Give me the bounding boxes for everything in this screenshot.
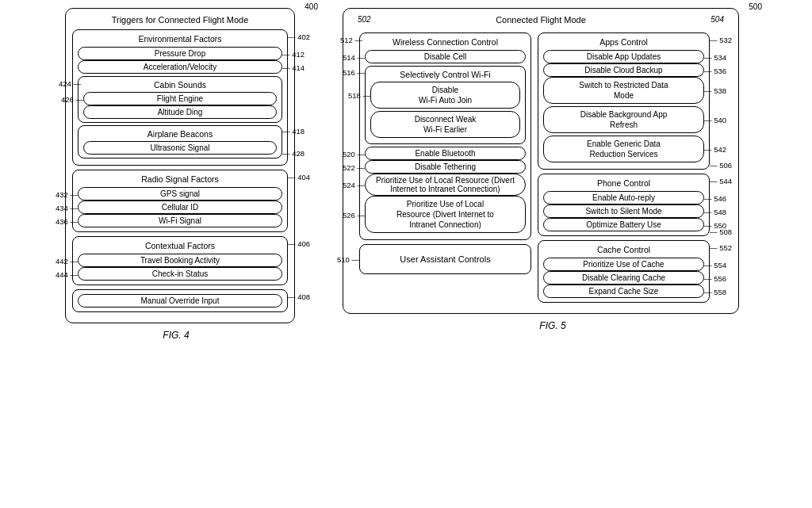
fig4-title: Triggers for Connected Flight Mode	[72, 15, 288, 25]
pill-disable-bg-refresh: Disable Background AppRefresh	[543, 106, 704, 133]
user-assistant-label: User Assistant Controls	[400, 254, 490, 264]
pill-pressure: — 412 Pressure Drop	[78, 47, 282, 60]
section-radio: — 404 Radio Signal Factors 432 — GPS sig…	[72, 170, 288, 232]
contextual-title: Contextual Factors	[78, 241, 282, 250]
pill-disable-app-updates: Disable App Updates	[543, 50, 704, 63]
pill-disable-tethering: Prioritize Use of Local Resource (Divert…	[365, 174, 526, 196]
fig5-ref-504: 504	[710, 15, 724, 25]
section-phone: — 544 Phone Control — 546 Enable Auto-re…	[538, 174, 710, 236]
pill-local-resource: 526 — Prioritize Use of LocalResource (D…	[365, 196, 526, 233]
pill-bluetooth: 522 — Disable Tethering	[365, 160, 526, 174]
section-contextual: — 406 Contextual Factors 442 — Travel Bo…	[72, 236, 288, 285]
ref-506: — 506	[710, 161, 732, 170]
pill-disable-clear-cache: — 556 Disable Clearing Cache	[543, 271, 704, 285]
pill-tethering: 524 — Prioritize Use of Local Resource (…	[365, 174, 526, 196]
pill-disable-cell: 514 — Disable Cell	[365, 50, 526, 63]
fig4-outer-box: 400 Triggers for Connected Flight Mode —…	[65, 8, 295, 323]
pill-gps-signal: GPS signal	[78, 187, 282, 201]
ref-544: — 544	[710, 177, 732, 185]
fig4-ref-400: 400	[304, 2, 318, 11]
radio-title: Radio Signal Factors	[78, 174, 282, 184]
ref-402: — 402	[288, 32, 310, 41]
fig5-left-col: 512 — Wireless Connection Control 514 — …	[359, 32, 531, 307]
pill-wifi-autojoin: 518 — DisableWi-Fi Auto Join	[370, 82, 520, 109]
pill-altitude-ding: Altitude Ding	[83, 105, 277, 119]
pill-restricted-data: — 538 Switch to Restricted DataMode	[543, 77, 704, 104]
phone-control-title: Phone Control	[543, 178, 704, 188]
pill-accel: — 414 Acceleration/Velocity	[78, 60, 282, 74]
pill-prioritize-cache-item: Prioritize Use of Cache	[543, 258, 704, 271]
ref-416-left: 424 —	[59, 79, 81, 88]
fig5-outer-box: 500 502 Connected Flight Mode 504 512 — …	[343, 8, 739, 314]
figure-5: 500 502 Connected Flight Mode 504 512 — …	[335, 8, 771, 331]
pill-flight-engine: Flight Engine	[83, 92, 277, 105]
ref-532: — 532	[710, 36, 732, 44]
pill-gps-ctrl: 520 — Enable Bluetooth	[365, 147, 526, 160]
section-wifi: 516 — Selectively Control Wi-Fi 518 — Di…	[365, 66, 526, 144]
pill-disconnect-weak: Disconnect WeakWi-Fi Earlier	[370, 111, 520, 138]
section-manual: — 408 Manual Override Input	[72, 289, 288, 312]
pill-switch-silent: Switch to Silent Mode	[543, 204, 704, 218]
pill-prioritize-local: Prioritize Use of LocalResource (Divert …	[365, 196, 526, 233]
pill-expand-cache: — 558 Expand Cache Size	[543, 285, 704, 298]
environmental-title: Environmental Factors	[78, 34, 282, 44]
fig5-main-title: Connected Flight Mode	[496, 15, 586, 25]
pill-disable-cell-item: Disable Cell	[365, 50, 526, 63]
pill-selective-gps: Enable Bluetooth	[365, 147, 526, 160]
figure-4: 400 Triggers for Connected Flight Mode —…	[41, 8, 311, 341]
pill-acceleration: Acceleration/Velocity	[78, 60, 282, 74]
pill-travel: 442 — Travel Booking Activity	[78, 254, 282, 267]
pill-disable-wifi-auto: DisableWi-Fi Auto Join	[370, 82, 520, 109]
cabin-sounds-title: Cabin Sounds	[83, 80, 277, 90]
pill-auto-reply: — 546 Enable Auto-reply	[543, 191, 704, 204]
pill-gps: 432 — GPS signal	[78, 187, 282, 201]
pill-cellular: 434 — Cellular ID	[78, 201, 282, 214]
pill-altitude: Altitude Ding	[83, 105, 277, 119]
pill-bg-refresh: — 540 Disable Background AppRefresh	[543, 106, 704, 133]
pill-checkin: 444 — Check-in Status	[78, 267, 282, 281]
pill-pressure-drop: Pressure Drop	[78, 47, 282, 60]
pill-manual-override: Manual Override Input	[78, 294, 282, 307]
pill-enable-bluetooth: Disable Tethering	[365, 160, 526, 174]
cache-control-title: Cache Control	[543, 245, 704, 254]
section-cabin: 424 — Cabin Sounds 426 — Flight Engine A…	[78, 76, 282, 123]
fig5-ref-502: 502	[358, 15, 371, 25]
ref-508: — 508	[710, 227, 732, 236]
ref-418: — 418	[282, 127, 304, 136]
pill-optimize-battery: Optimize Battery Use	[543, 218, 704, 231]
pill-wifi: 436 — Wi-Fi Signal	[78, 214, 282, 227]
fig5-ref-500: 500	[749, 2, 762, 11]
figures-container: 400 Triggers for Connected Flight Mode —…	[8, 8, 804, 341]
apps-control-title: Apps Control	[543, 37, 704, 47]
ref-408: — 408	[288, 292, 310, 301]
section-apps: — 532 Apps Control — 534 Disable App Upd…	[538, 32, 710, 170]
pill-cellular-id: Cellular ID	[78, 201, 282, 214]
section-wireless: 512 — Wireless Connection Control 514 — …	[359, 32, 531, 240]
pill-enable-autoreply: Enable Auto-reply	[543, 191, 704, 204]
wireless-title: Wireless Connection Control	[365, 37, 526, 47]
pill-wifi-signal: Wi-Fi Signal	[78, 214, 282, 227]
fig5-label: FIG. 5	[539, 320, 565, 331]
ref-516: 516 —	[343, 68, 365, 77]
pill-prioritize-cache: — 554 Prioritize Use of Cache	[543, 258, 704, 271]
section-cache: — 552 Cache Control — 554 Prioritize Use…	[538, 240, 710, 303]
airplane-beacons-title: Airplane Beacons	[83, 129, 277, 139]
pill-restricted-data-mode: Switch to Restricted DataMode	[543, 77, 704, 104]
user-assistant-wrapper: 510 — User Assistant Controls	[359, 244, 531, 274]
pill-battery: — 550 Optimize Battery Use	[543, 218, 704, 231]
pill-disable-updates: — 534 Disable App Updates	[543, 50, 704, 63]
pill-checkin-status: Check-in Status	[78, 267, 282, 281]
ref-406: — 406	[288, 239, 310, 248]
pill-disable-cloud: — 536 Disable Cloud Backup	[543, 63, 704, 77]
user-assistant-box: User Assistant Controls	[359, 244, 531, 274]
pill-enable-data-reduction: Enable Generic DataReduction Services	[543, 136, 704, 162]
pill-disable-cloud-backup: Disable Cloud Backup	[543, 63, 704, 77]
ref-552: — 552	[710, 243, 732, 252]
section-environmental: — 402 Environmental Factors — 412 Pressu…	[72, 29, 288, 166]
fig4-label: FIG. 4	[163, 330, 189, 341]
pill-ultrasonic-signal: Ultrasonic Signal	[83, 141, 277, 155]
pill-disable-clearing-cache: Disable Clearing Cache	[543, 271, 704, 285]
fig5-title-row: 502 Connected Flight Mode 504	[350, 15, 732, 28]
section-beacons: Airplane Beacons Ultrasonic Signal — 418…	[78, 125, 282, 159]
fig5-right-col: — 532 Apps Control — 534 Disable App Upd…	[538, 32, 710, 307]
